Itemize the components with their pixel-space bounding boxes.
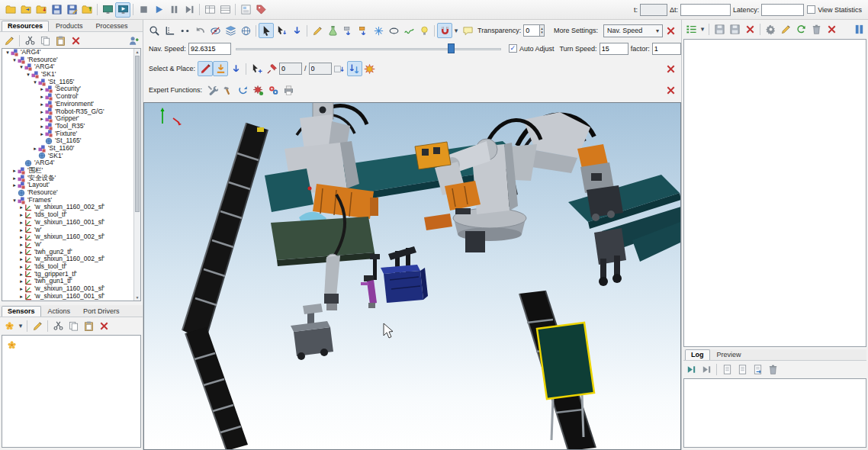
pencil-icon[interactable] bbox=[310, 23, 325, 38]
gears-icon[interactable] bbox=[265, 82, 281, 98]
snowflake-icon[interactable] bbox=[371, 23, 386, 38]
more-settings-dropdown[interactable]: Nav. Speed ▾ bbox=[603, 24, 663, 37]
log-output[interactable] bbox=[683, 378, 866, 448]
pause-icon[interactable] bbox=[166, 2, 182, 18]
tree-item[interactable]: ▸'围栏' bbox=[2, 167, 140, 175]
nav-speed-input[interactable] bbox=[188, 43, 231, 55]
tree-scrollbar[interactable]: ▲ ▼ bbox=[133, 49, 140, 301]
slider-track[interactable] bbox=[236, 48, 501, 50]
measure-icon[interactable] bbox=[162, 23, 177, 38]
comment-icon[interactable] bbox=[460, 23, 475, 38]
tree-expander-icon[interactable]: ▸ bbox=[39, 85, 45, 93]
form-view-icon[interactable] bbox=[238, 2, 253, 18]
pencil2-icon[interactable] bbox=[778, 21, 793, 37]
refresh-icon[interactable] bbox=[793, 21, 809, 37]
log-step2-icon[interactable] bbox=[699, 362, 714, 377]
tree-expander-icon[interactable]: ▸ bbox=[11, 167, 18, 175]
eye-off-icon[interactable] bbox=[207, 23, 223, 38]
tree-item[interactable]: ▸'Layout' bbox=[2, 182, 140, 189]
pause-blue-icon[interactable] bbox=[851, 21, 866, 37]
tree-item[interactable]: ▾'Resource' bbox=[2, 56, 140, 64]
rotate-icon[interactable] bbox=[235, 82, 250, 98]
layers-icon[interactable] bbox=[223, 23, 238, 38]
save-gray-icon[interactable] bbox=[712, 21, 727, 37]
tools-icon[interactable] bbox=[204, 82, 220, 98]
stop-icon[interactable] bbox=[136, 2, 151, 18]
folder-export-icon[interactable] bbox=[79, 2, 95, 18]
tag-red-icon[interactable] bbox=[253, 2, 268, 18]
tree-item[interactable]: ▸'w_shixun_1160_001_sf' bbox=[2, 293, 140, 301]
gear-icon[interactable] bbox=[763, 21, 778, 37]
tab-sensors[interactable]: Sensors bbox=[2, 306, 41, 317]
tree-expander-icon[interactable]: ▸ bbox=[18, 204, 24, 211]
ellipse-icon[interactable] bbox=[386, 23, 401, 38]
paste-icon[interactable] bbox=[53, 33, 68, 48]
tree-item[interactable]: ▾'ARG4' bbox=[2, 49, 140, 56]
scissors-icon[interactable] bbox=[50, 318, 66, 333]
tab-port-drivers[interactable]: Port Drivers bbox=[77, 306, 126, 317]
close-x-icon[interactable] bbox=[742, 21, 757, 37]
scroll-down-icon[interactable]: ▼ bbox=[134, 295, 140, 300]
tree-item[interactable]: ▸'安全设备' bbox=[2, 175, 140, 182]
place-down2-icon[interactable] bbox=[355, 23, 371, 38]
turn-speed-input[interactable] bbox=[600, 43, 628, 55]
view-toolbar-close[interactable] bbox=[663, 23, 678, 38]
close-x-icon[interactable] bbox=[68, 33, 83, 48]
close-x-icon[interactable] bbox=[663, 61, 678, 76]
monitor-icon[interactable] bbox=[100, 2, 115, 18]
scroll-up-icon[interactable]: ▲ bbox=[134, 50, 140, 54]
flower-icon[interactable] bbox=[4, 337, 19, 352]
tab-processes[interactable]: Processes bbox=[90, 21, 134, 31]
arrow-down-icon[interactable] bbox=[228, 61, 243, 76]
tree-expander-icon[interactable]: ▾ bbox=[18, 63, 24, 71]
tree-expander-icon[interactable]: ▸ bbox=[18, 263, 24, 271]
close-x-icon[interactable] bbox=[663, 82, 678, 98]
latency-input[interactable] bbox=[761, 4, 804, 16]
scrollbar-thumb[interactable] bbox=[135, 56, 140, 212]
factor-input[interactable] bbox=[652, 43, 681, 55]
spin-down-icon[interactable]: ▾ bbox=[541, 31, 543, 34]
folder-new-icon[interactable] bbox=[3, 2, 18, 18]
paste-icon[interactable] bbox=[81, 318, 96, 333]
pin-icon[interactable] bbox=[264, 61, 279, 76]
tree-expander-icon[interactable]: ▸ bbox=[39, 115, 45, 123]
globe-wire-icon[interactable] bbox=[238, 23, 253, 38]
flask-icon[interactable] bbox=[325, 23, 340, 38]
time-input[interactable] bbox=[640, 4, 667, 16]
undo-icon[interactable] bbox=[192, 23, 207, 38]
tree-expander-icon[interactable]: ▸ bbox=[18, 278, 24, 285]
close-x-icon[interactable] bbox=[663, 23, 678, 38]
caret-icon[interactable]: ▾ bbox=[699, 21, 706, 37]
pencil-icon[interactable] bbox=[2, 33, 17, 48]
tab-preview[interactable]: Preview bbox=[711, 349, 747, 360]
folder-import-icon[interactable] bbox=[34, 2, 49, 18]
cursor-select-icon[interactable] bbox=[259, 23, 274, 38]
3d-viewport[interactable] bbox=[143, 102, 681, 450]
tree-expander-icon[interactable]: ▸ bbox=[18, 293, 24, 301]
transparency-spinner[interactable]: ▴▾ bbox=[523, 24, 545, 37]
tree-item[interactable]: ▸'w_shixun_1160_002_sf' bbox=[2, 233, 140, 241]
tree-expander-icon[interactable]: ▸ bbox=[39, 123, 45, 130]
person-add-icon[interactable] bbox=[126, 33, 141, 48]
log-step-icon[interactable] bbox=[683, 362, 699, 377]
tree-item[interactable]: ▸'w_shixun_1160_002_sf' bbox=[2, 204, 140, 211]
step-forward-icon[interactable] bbox=[182, 2, 197, 18]
close-x2-icon[interactable] bbox=[824, 21, 839, 37]
log-export-icon[interactable] bbox=[750, 362, 765, 377]
tree-expander-icon[interactable]: ▸ bbox=[39, 130, 45, 138]
burst-red-icon[interactable] bbox=[250, 82, 265, 98]
combo-down-icon[interactable] bbox=[332, 61, 347, 76]
save-as-icon[interactable] bbox=[64, 2, 79, 18]
tree-expander-icon[interactable]: ▾ bbox=[5, 49, 11, 56]
tree-expander-icon[interactable]: ▾ bbox=[32, 79, 38, 86]
tree-expander-icon[interactable]: ▸ bbox=[18, 256, 24, 263]
slider-handle[interactable] bbox=[448, 43, 455, 53]
arrows-blue-icon[interactable] bbox=[347, 61, 362, 76]
tab-resources[interactable]: Resources bbox=[2, 21, 49, 31]
pencil-icon[interactable] bbox=[30, 318, 45, 333]
hammer-icon[interactable] bbox=[220, 82, 235, 98]
scissors-icon[interactable] bbox=[22, 33, 37, 48]
tab-actions[interactable]: Actions bbox=[42, 306, 77, 317]
transparency-spin-buttons[interactable]: ▴▾ bbox=[540, 24, 545, 37]
tree-item[interactable]: 'ARG4' bbox=[2, 159, 140, 167]
